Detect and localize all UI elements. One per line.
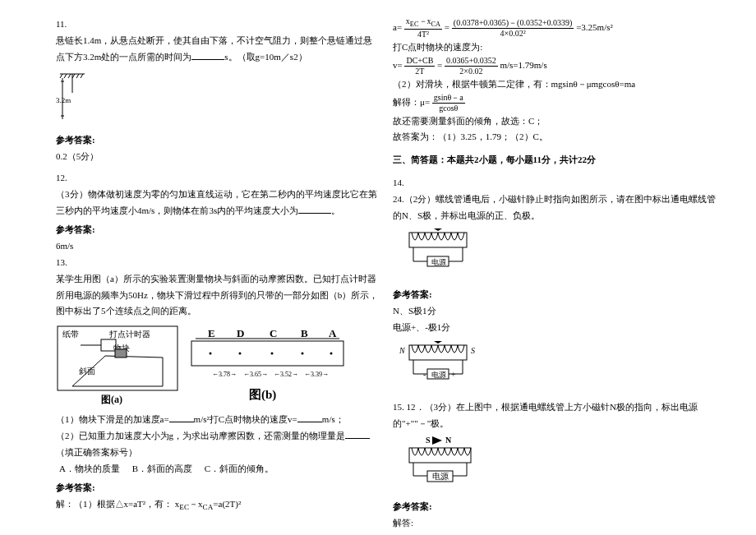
fraction: gsinθ－a gcosθ <box>432 93 465 113</box>
svg-rect-21 <box>191 341 343 366</box>
section-3-title: 三、简答题：本题共2小题，每小题11分，共计22分 <box>393 152 717 168</box>
svg-marker-50 <box>430 341 446 344</box>
svg-text:纸带: 纸带 <box>62 330 79 339</box>
q12-body: （3分）物体做初速度为零的匀加速直线运动，它在第二秒内的平均速度比它在第三秒内的… <box>56 187 380 219</box>
figure-b: E D C B A ←3.78→ ←3.65→ ←3.52→ ←3.39→ 图(… <box>187 325 352 407</box>
jieda-label: 解答: <box>393 515 717 532</box>
svg-text:S: S <box>426 436 431 445</box>
blank <box>169 413 194 422</box>
svg-point-29 <box>239 353 242 355</box>
answer-label: 参考答案: <box>393 287 717 303</box>
svg-line-5 <box>76 74 79 78</box>
q24-text: 24.（2分）螺线管通电后，小磁针静止时指向如图所示，请在图中标出通电螺线管的N… <box>393 191 717 224</box>
svg-text:←3.52→: ←3.52→ <box>274 371 298 378</box>
q14-num: 14. <box>393 175 717 191</box>
svg-text:A: A <box>329 327 337 339</box>
q11-answer: 0.2（5分） <box>56 149 380 165</box>
fraction: DC+CB 2T <box>404 56 435 76</box>
svg-text:N: N <box>445 436 452 445</box>
option-b: B．斜面的高度 <box>132 461 192 477</box>
svg-point-28 <box>210 353 212 355</box>
eq-acceleration: a= xEC－xCA 4T² = (0.0378+0.0365)－(0.0352… <box>393 16 717 39</box>
q12-answer: 6m/s <box>56 238 380 255</box>
svg-marker-63 <box>432 436 442 445</box>
svg-point-30 <box>271 353 274 355</box>
option-c: C．斜面的倾角。 <box>205 461 274 477</box>
q12-num: 12. <box>56 173 67 182</box>
svg-text:←3.78→: ←3.78→ <box>212 371 237 378</box>
q12: 12. （3分）物体做初速度为零的匀加速直线运动，它在第二秒内的平均速度比它在第… <box>56 170 380 255</box>
svg-line-3 <box>68 74 71 78</box>
q14-diagram: NS 电源 <box>393 228 717 282</box>
svg-line-1 <box>60 74 62 78</box>
q13-num: 13. <box>56 257 67 267</box>
fraction: 0.0365+0.0352 2×0.02 <box>445 56 498 76</box>
q13-sub1: （1）物块下滑是的加速度a=m/s²打C点时物块的速度v=m/s； <box>56 412 380 428</box>
svg-text:S: S <box>471 346 475 355</box>
svg-text:+: + <box>451 370 456 379</box>
svg-text:E: E <box>208 327 215 339</box>
svg-point-31 <box>302 353 304 355</box>
svg-point-32 <box>330 353 333 355</box>
svg-text:电源: 电源 <box>431 371 446 379</box>
svg-line-2 <box>64 74 67 78</box>
svg-text:N: N <box>399 346 406 355</box>
q13-figures: 纸带 打点计时器 物块 斜面 图(a) E D C B A ←3.78→ <box>56 325 380 407</box>
answer-label: 参考答案: <box>56 222 380 238</box>
answer-label: 参考答案: <box>56 132 380 149</box>
left-column: 11. 悬链长1.4m，从悬点处断开，使其自由下落，不计空气阻力，则整个悬链通过… <box>49 16 386 519</box>
fraction: xEC－xCA 4T² <box>404 16 442 39</box>
dim-label: 3.2m <box>56 96 71 104</box>
q14: 14. 24.（2分）螺线管通电后，小磁针静止时指向如图所示，请在图中标出通电螺… <box>393 175 717 394</box>
eq-mu: 解得：μ= gsinθ－a gcosθ <box>393 93 717 113</box>
q13: 13. 某学生用图（a）所示的实验装置测量物块与斜面的动摩擦因数。已知打点计时器… <box>56 255 380 514</box>
q15-diagram: S N 电源 <box>393 436 717 494</box>
svg-text:斜面: 斜面 <box>79 367 95 376</box>
svg-text:←3.39→: ←3.39→ <box>304 371 329 378</box>
svg-text:-: - <box>423 370 426 379</box>
q15-text: 15. 12．（3分）在上图中，根据通电螺线管上方小磁针N极的指向，标出电源的"… <box>393 399 717 432</box>
q11-num: 11. <box>56 19 67 29</box>
blank <box>191 50 224 60</box>
fraction: (0.0378+0.0365)－(0.0352+0.0339) 4×0.02² <box>452 18 574 39</box>
q14-answer-diagram: N NS S 电源 -+ <box>393 341 717 394</box>
q11-body: 悬链长1.4m，从悬点处断开，使其自由下落，不计空气阻力，则整个悬链通过悬点下方… <box>56 33 380 66</box>
q11-diagram: 3.2m <box>56 70 380 127</box>
answer-label: 参考答案: <box>56 480 380 496</box>
figure-a: 纸带 打点计时器 物块 斜面 图(a) <box>56 325 179 407</box>
svg-text:电源: 电源 <box>431 258 446 266</box>
svg-line-6 <box>81 74 83 78</box>
svg-rect-18 <box>115 349 127 357</box>
svg-text:C: C <box>270 327 277 339</box>
q13-sub2: （2）已知重力加速度大小为g，为求出动摩擦因数，还需测量的物理量是（填正确答案标… <box>56 428 380 461</box>
svg-text:D: D <box>237 327 244 339</box>
option-a: A．物块的质量 <box>59 461 120 477</box>
blank <box>298 204 331 214</box>
svg-text:←3.65→: ←3.65→ <box>243 371 268 378</box>
svg-text:图(a): 图(a) <box>101 394 122 405</box>
svg-marker-39 <box>430 228 446 231</box>
answer-label: 参考答案: <box>393 499 717 515</box>
q11: 11. 悬链长1.4m，从悬点处断开，使其自由下落，不计空气阻力，则整个悬链通过… <box>56 16 380 165</box>
line-c-vel: 打C点时物块的速度为: <box>393 39 717 56</box>
q13-options: A．物块的质量 B．斜面的高度 C．斜面的倾角。 <box>59 461 380 477</box>
svg-text:打点计时器: 打点计时器 <box>108 330 150 339</box>
blank <box>345 429 370 439</box>
svg-text:电源: 电源 <box>432 472 449 481</box>
line-final-ans: 故答案为：（1）3.25，1.79；（2）C。 <box>393 129 717 145</box>
svg-text:图(b): 图(b) <box>249 388 276 402</box>
right-column: a= xEC－xCA 4T² = (0.0378+0.0365)－(0.0352… <box>386 16 723 519</box>
blank <box>297 413 322 422</box>
eq-velocity: v= DC+CB 2T = 0.0365+0.0352 2×0.02 m/s=1… <box>393 56 717 76</box>
ans14-1: N、S极1分 <box>393 303 717 320</box>
q15: 15. 12．（3分）在上图中，根据通电螺线管上方小磁针N极的指向，标出电源的"… <box>393 399 717 532</box>
line-newton: （2）对滑块，根据牛顿第二定律，有：mgsinθ－μmgcosθ=ma <box>393 76 717 93</box>
q13-solution: 解：（1）根据△x=aT²，有： xEC－xCA=a(2T)² <box>56 496 380 514</box>
ans14-2: 电源+、-极1分 <box>393 320 717 336</box>
line-need: 故还需要测量斜面的倾角，故选：C； <box>393 113 717 130</box>
q13-p1: 某学生用图（a）所示的实验装置测量物块与斜面的动摩擦因数。已知打点计时器所用电源… <box>56 271 380 320</box>
svg-text:B: B <box>301 327 308 339</box>
